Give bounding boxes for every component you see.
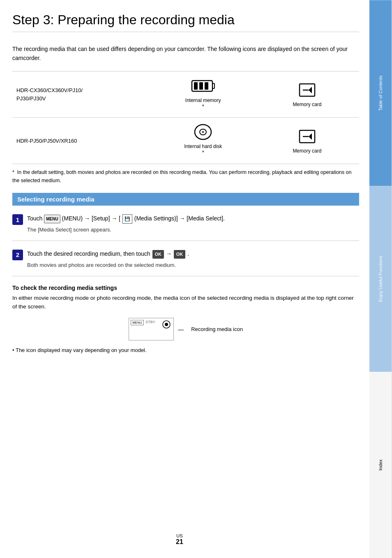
page-footer: US 21 bbox=[0, 533, 359, 546]
page-locale: US bbox=[0, 533, 359, 538]
table-row: HDR-CX360/CX360V/PJ10/PJ30/PJ30V bbox=[12, 71, 359, 118]
media-settings-icon: 💾 bbox=[122, 214, 132, 224]
svg-rect-3 bbox=[199, 82, 203, 90]
ok-button-2[interactable]: OK bbox=[174, 250, 186, 259]
step-number-2: 2 bbox=[12, 250, 23, 260]
step-1: 1 Touch MENU (MENU) → [Setup] → [ 💾 (Med… bbox=[12, 214, 359, 234]
model-cell: HDR-CX360/CX360V/PJ10/PJ30/PJ30V bbox=[12, 71, 151, 118]
step-1-content: Touch MENU (MENU) → [Setup] → [ 💾 (Media… bbox=[27, 214, 359, 234]
step-1-subtext: The [Media Select] screen appears. bbox=[27, 225, 359, 234]
model-cell-2: HDR-PJ50/PJ50V/XR160 bbox=[12, 118, 151, 164]
svg-point-10 bbox=[202, 131, 204, 133]
subsection-title: To check the recording media settings bbox=[12, 285, 359, 291]
bullet-note: • The icon displayed may vary depending … bbox=[12, 346, 359, 355]
svg-point-15 bbox=[165, 323, 168, 326]
step-2-subtext: Both movies and photos are recorded on t… bbox=[27, 261, 359, 270]
memory-card-icon-1 bbox=[298, 81, 316, 100]
footnote: * In the default setting, both movies an… bbox=[12, 168, 359, 185]
step-divider bbox=[12, 241, 359, 241]
asterisk-1: * bbox=[202, 103, 204, 109]
ok-button-1[interactable]: OK bbox=[152, 250, 164, 259]
media-table: HDR-CX360/CX360V/PJ10/PJ30/PJ30V bbox=[12, 71, 359, 164]
hard-disk-cell: Internal hard disk * bbox=[151, 118, 255, 164]
section-header: Selecting recording media bbox=[12, 193, 359, 206]
svg-marker-6 bbox=[309, 87, 312, 93]
camera-rec-icon bbox=[162, 320, 171, 330]
step-number-1: 1 bbox=[12, 214, 23, 225]
subsection-body: In either movie recording mode or photo … bbox=[12, 294, 359, 311]
table-row: HDR-PJ50/PJ50V/XR160 In bbox=[12, 118, 359, 164]
sidebar-tab-enjoy[interactable]: Enjoy Useful Functions bbox=[369, 186, 392, 372]
memory-card-cell-2: Memory card bbox=[255, 118, 359, 164]
step-1-touch-label: Touch bbox=[27, 215, 44, 222]
memory-card-icon-2 bbox=[298, 128, 316, 146]
recording-media-icon-label: Recording media icon bbox=[191, 326, 243, 332]
svg-rect-2 bbox=[194, 82, 198, 90]
step-2-content: Touch the desired recording medium, then… bbox=[27, 249, 359, 270]
internal-memory-label: Internal memory bbox=[155, 97, 251, 103]
main-content: Step 3: Preparing the recording media Th… bbox=[12, 0, 359, 380]
page-number: 21 bbox=[176, 538, 183, 545]
svg-rect-4 bbox=[205, 82, 208, 90]
internal-hard-disk-label: Internal hard disk bbox=[155, 144, 251, 149]
intro-text: The recording media that can be used dif… bbox=[12, 44, 359, 63]
menu-button-icon[interactable]: MENU bbox=[44, 215, 60, 223]
sidebar: Table of Contents Enjoy Useful Functions… bbox=[369, 0, 392, 558]
sidebar-tab-index[interactable]: Index bbox=[369, 372, 392, 558]
internal-memory-cell: Internal memory * bbox=[151, 71, 255, 118]
step-2: 2 Touch the desired recording medium, th… bbox=[12, 249, 359, 270]
camera-screen: MENU STBY bbox=[129, 318, 174, 340]
camera-stby: STBY bbox=[145, 320, 155, 324]
camera-screen-container: MENU STBY — Recording media icon bbox=[12, 318, 359, 340]
memory-card-label-2: Memory card bbox=[259, 148, 355, 154]
hard-disk-icon bbox=[192, 123, 214, 142]
svg-rect-1 bbox=[212, 83, 214, 88]
section-divider bbox=[12, 276, 359, 276]
svg-marker-12 bbox=[309, 133, 312, 140]
asterisk-2: * bbox=[202, 149, 204, 155]
page-title: Step 3: Preparing the recording media bbox=[12, 12, 359, 32]
memory-card-cell-1: Memory card bbox=[255, 71, 359, 118]
memory-card-label-1: Memory card bbox=[259, 102, 355, 107]
sidebar-tab-toc[interactable]: Table of Contents bbox=[369, 0, 392, 186]
internal-memory-icon bbox=[191, 77, 215, 95]
camera-menu-label: MENU bbox=[131, 320, 144, 325]
